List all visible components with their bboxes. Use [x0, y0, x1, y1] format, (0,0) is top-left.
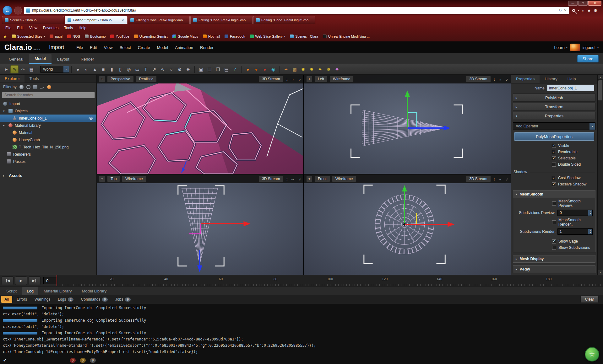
camera-filter-icon[interactable]	[33, 85, 37, 89]
double-sided-checkbox[interactable]	[552, 163, 556, 167]
star-effect-icon[interactable]: ✸	[333, 65, 341, 73]
texture-icon[interactable]: ▨	[291, 65, 299, 73]
fullscreen-diagonal-icon[interactable]: ↔	[296, 76, 302, 82]
favorite-scenes-clara[interactable]: Scenes - Clara	[290, 35, 318, 38]
browser-tab-cone-2[interactable]: Editing "Cone_PeakOriginSmo...	[190, 16, 253, 24]
viewport-shading-button[interactable]: Wireframe	[332, 176, 356, 182]
cast-shadow-checkbox[interactable]	[552, 176, 556, 180]
instance-icon[interactable]: ❐	[214, 65, 222, 73]
tab-general[interactable]: General	[3, 55, 29, 64]
filter-jobs[interactable]: Jobs 9	[112, 296, 134, 303]
expand-vertical-icon[interactable]: ↕	[286, 177, 288, 181]
app-menu-model[interactable]: Model	[154, 44, 171, 51]
favorite-web-slice-gallery[interactable]: Web Slice Gallery ▾	[250, 35, 285, 38]
filter-logs[interactable]: Logs 2	[55, 296, 77, 303]
app-menu-file[interactable]: File	[73, 44, 86, 51]
left-canvas[interactable]	[304, 83, 511, 174]
visibility-eye-icon[interactable]	[89, 117, 93, 120]
stream-button[interactable]: 3D Stream	[258, 176, 283, 182]
skip-end-button[interactable]: ▶	[29, 276, 41, 285]
meshsmooth-render-checkbox[interactable]	[552, 220, 556, 224]
group-icon[interactable]: ❏	[205, 65, 214, 73]
filter-warnings[interactable]: Warnings	[31, 296, 53, 303]
tree-item-objects[interactable]: ▾ Objects	[0, 107, 96, 115]
favorite-suggested-sites[interactable]: Suggested Sites ▾	[12, 35, 45, 38]
snap-grid-icon[interactable]: ▦	[27, 65, 35, 73]
selectable-checkbox[interactable]	[552, 156, 556, 160]
app-menu-edit[interactable]: Edit	[86, 44, 100, 51]
verify-icon[interactable]: ◉	[269, 65, 277, 73]
section-properties[interactable]: ▾ Properties	[513, 112, 595, 120]
spot-light-icon[interactable]: ✹	[307, 65, 316, 73]
tab-model[interactable]: Model	[29, 54, 51, 64]
subdivisions-preview-input[interactable]: 0 ▴▾	[557, 210, 593, 216]
expand-vertical-icon[interactable]: ↕	[286, 77, 288, 82]
name-input[interactable]	[547, 85, 594, 91]
text-primitive-icon[interactable]: T	[142, 65, 150, 73]
expand-horizontal-icon[interactable]: ↔	[498, 77, 502, 82]
circle-primitive-icon[interactable]: ○	[167, 65, 175, 73]
favorite-uitzending-gemist[interactable]: Uitzending Gemist	[134, 35, 168, 38]
viewport-shading-button[interactable]: Wireframe	[122, 176, 146, 182]
frame-counter[interactable]: 0	[43, 277, 57, 284]
search-caret-icon[interactable]: ▾	[578, 9, 579, 12]
expand-horizontal-icon[interactable]: ↔	[291, 177, 295, 181]
tab-material-library[interactable]: Material Library	[39, 287, 77, 295]
viewport-add-button[interactable]: +	[306, 76, 312, 82]
feedback-button[interactable]: ☆	[585, 347, 599, 361]
meshsmooth-preview-checkbox[interactable]	[552, 201, 556, 206]
tab-history[interactable]: History	[540, 75, 562, 83]
show-cage-checkbox[interactable]	[552, 239, 556, 244]
browser-menu-tools[interactable]: Tools	[61, 25, 76, 31]
tree-item-texture[interactable]: T_Tech_Hex_Tile_N_256.png	[0, 143, 96, 151]
show-subdivisions-checkbox[interactable]	[552, 246, 556, 250]
user-avatar[interactable]	[570, 44, 580, 51]
browser-tab-cone-1[interactable]: Editing "Cone_PeakOriginSmo...	[128, 16, 190, 24]
caret-down-icon[interactable]: ▾	[589, 123, 595, 130]
tab-close-icon[interactable]: ✕	[122, 19, 124, 22]
tab-render[interactable]: Render	[75, 55, 100, 64]
tree-item-material-library[interactable]: ▾ Material Library	[0, 122, 96, 129]
chevron-down-icon[interactable]: ▾	[3, 124, 6, 127]
tab-layout[interactable]: Layout	[52, 55, 75, 64]
curve-filter-icon[interactable]	[40, 86, 44, 88]
stop-icon[interactable]: ✕	[564, 8, 567, 13]
share-button[interactable]: Share	[577, 55, 599, 62]
chevron-down-icon[interactable]: ▾	[3, 110, 6, 113]
app-menu-render[interactable]: Render	[197, 44, 217, 51]
spinner-arrows-icon[interactable]: ▴▾	[588, 229, 592, 234]
geometry-filter-icon[interactable]	[19, 85, 24, 89]
target-icon[interactable]: ⊕	[184, 65, 192, 73]
tab-properties[interactable]: Properties	[511, 75, 540, 83]
close-button[interactable]: ✕	[588, 1, 601, 6]
tree-item-renderers[interactable]: Renderers	[0, 151, 96, 158]
viewport-top[interactable]: + Top Wireframe 3D Stream ↕ ↔ ↔	[97, 174, 303, 275]
visible-checkbox[interactable]	[552, 144, 556, 148]
viewport-shading-button[interactable]: Wireframe	[329, 76, 354, 82]
viewport-camera-button[interactable]: Left	[314, 76, 328, 82]
play-button[interactable]: ▶	[15, 276, 27, 285]
browser-menu-edit[interactable]: Edit	[14, 25, 26, 31]
vray-header[interactable]: ▸ V-Ray	[513, 265, 595, 273]
hemisphere-primitive-icon[interactable]: ◐	[82, 65, 90, 73]
cube-primitive-icon[interactable]: ■	[99, 65, 107, 73]
viewport-camera-button[interactable]: Perspective	[107, 76, 134, 82]
directional-light-icon[interactable]: ✷	[316, 65, 324, 73]
browser-tab-scenes[interactable]: Scenes - Clara.io	[2, 16, 64, 24]
scroll-up-icon[interactable]: ▴	[598, 75, 603, 80]
camera-icon[interactable]: ▣	[197, 65, 205, 73]
spinner-arrows-icon[interactable]: ▴▾	[588, 210, 592, 216]
viewport-shading-button[interactable]: Realistic	[136, 76, 157, 82]
section-transform[interactable]: ▸ Transform	[513, 103, 595, 111]
point-light-icon[interactable]: ✺	[299, 65, 307, 73]
stream-button[interactable]: 3D Stream	[466, 176, 491, 182]
select-cursor-icon[interactable]: ➤	[2, 65, 10, 73]
scroll-down-icon[interactable]: ▾	[598, 270, 603, 275]
favorite-google-maps[interactable]: Google Maps	[172, 35, 198, 38]
expand-horizontal-icon[interactable]: ↔	[291, 77, 295, 82]
null-filter-icon[interactable]	[26, 85, 30, 89]
timeline-ruler[interactable]: 20 40 60 80 100 120 140 160 180	[57, 275, 603, 286]
fullscreen-diagonal-icon[interactable]: ↔	[503, 176, 510, 182]
browser-menu-file[interactable]: File	[3, 25, 14, 31]
polymesh-properties-button[interactable]: PolyMeshProperties	[514, 132, 594, 141]
